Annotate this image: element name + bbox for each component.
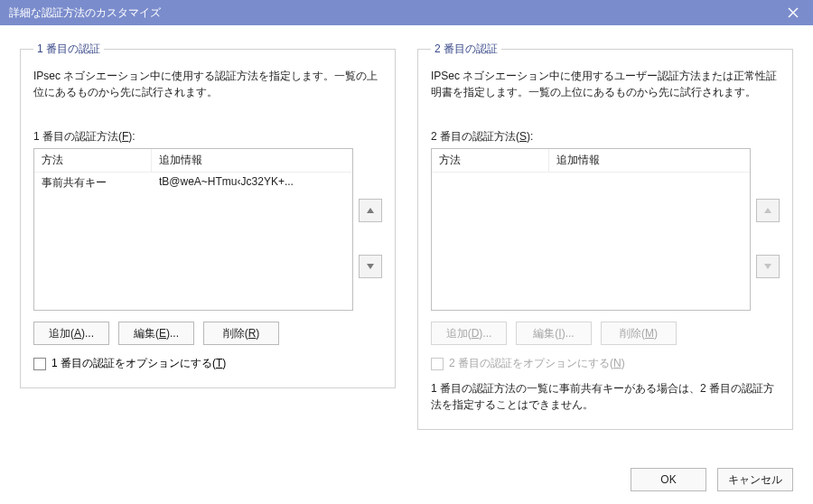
- svg-marker-2: [367, 208, 374, 213]
- chevron-up-icon: [366, 206, 375, 215]
- titlebar: 詳細な認証方法のカスタマイズ: [0, 0, 813, 25]
- col-info[interactable]: 追加情報: [549, 149, 750, 172]
- second-auth-desc: IPSec ネゴシエーション中に使用するユーザー認証方法または正常性証明書を指定…: [431, 68, 780, 117]
- col-method[interactable]: 方法: [34, 149, 152, 172]
- second-optional-checkbox: 2 番目の認証をオプションにする(N): [431, 356, 780, 371]
- list-header: 方法 追加情報: [34, 149, 352, 173]
- list-header: 方法 追加情報: [432, 149, 750, 173]
- second-add-button: 追加(D)...: [431, 322, 507, 345]
- col-method[interactable]: 方法: [432, 149, 549, 172]
- move-down-button[interactable]: [756, 255, 780, 278]
- move-down-button[interactable]: [359, 255, 382, 278]
- second-auth-legend: 2 番目の認証: [431, 42, 501, 57]
- cell-method: 事前共有キー: [34, 173, 152, 193]
- checkbox-box: [431, 358, 444, 370]
- checkbox-box: [33, 358, 46, 370]
- chevron-down-icon: [763, 262, 772, 271]
- first-edit-button[interactable]: 編集(E)...: [118, 322, 194, 345]
- cell-info: tB@weA~HTmu‹Jc32YK+...: [152, 173, 352, 193]
- first-auth-group: 1 番目の認証 IPsec ネゴシエーション中に使用する認証方法を指定します。一…: [20, 42, 396, 388]
- window-title: 詳細な認証方法のカスタマイズ: [9, 5, 161, 21]
- second-edit-button: 編集(I)...: [516, 322, 592, 345]
- first-optional-checkbox[interactable]: 1 番目の認証をオプションにする(T): [33, 356, 382, 371]
- second-auth-note: 1 番目の認証方法の一覧に事前共有キーがある場合は、2 番目の認証方法を指定する…: [431, 380, 780, 413]
- second-auth-group: 2 番目の認証 IPSec ネゴシエーション中に使用するユーザー認証方法または正…: [417, 42, 793, 430]
- close-button[interactable]: [773, 0, 813, 25]
- second-auth-list[interactable]: 方法 追加情報: [431, 148, 751, 311]
- first-auth-sublabel: 1 番目の認証方法(F):: [33, 129, 382, 145]
- col-info[interactable]: 追加情報: [152, 149, 352, 172]
- first-auth-list[interactable]: 方法 追加情報 事前共有キー tB@weA~HTmu‹Jc32YK+...: [33, 148, 353, 311]
- checkbox-label: 2 番目の認証をオプションにする(N): [449, 356, 625, 371]
- move-up-button[interactable]: [359, 199, 382, 222]
- chevron-up-icon: [763, 206, 772, 215]
- second-delete-button: 削除(M): [601, 322, 677, 345]
- first-delete-button[interactable]: 削除(R): [203, 322, 279, 345]
- svg-marker-3: [367, 264, 374, 269]
- second-auth-sublabel: 2 番目の認証方法(S):: [431, 129, 780, 145]
- first-auth-legend: 1 番目の認証: [33, 42, 104, 57]
- first-add-button[interactable]: 追加(A)...: [33, 322, 109, 345]
- chevron-down-icon: [366, 262, 375, 271]
- list-item[interactable]: 事前共有キー tB@weA~HTmu‹Jc32YK+...: [34, 173, 352, 193]
- close-icon: [788, 7, 799, 18]
- cancel-button[interactable]: キャンセル: [717, 468, 793, 491]
- svg-marker-4: [764, 208, 771, 213]
- svg-marker-5: [764, 264, 771, 269]
- ok-button[interactable]: OK: [631, 468, 706, 491]
- first-auth-desc: IPsec ネゴシエーション中に使用する認証方法を指定します。一覧の上位にあるも…: [33, 68, 382, 117]
- move-up-button[interactable]: [756, 199, 780, 222]
- checkbox-label: 1 番目の認証をオプションにする(T): [51, 356, 226, 371]
